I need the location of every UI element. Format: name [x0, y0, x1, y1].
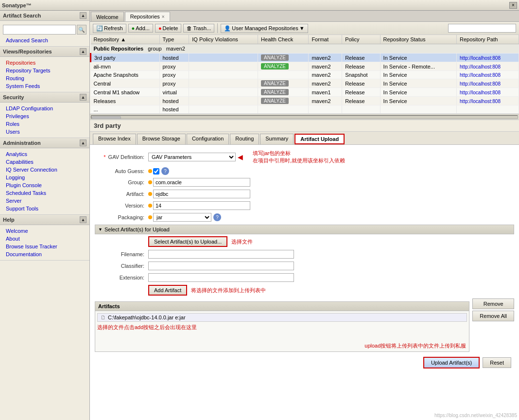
- add-button[interactable]: ● Add...: [128, 24, 153, 33]
- table-row[interactable]: Apache Snapshots proxy maven2 Snapshot I…: [91, 71, 519, 79]
- table-row[interactable]: 3rd party hosted ANALYZE maven2 Release …: [91, 53, 519, 62]
- packaging-select[interactable]: jar war pom ear: [153, 213, 211, 222]
- tab-browse-index[interactable]: Browse Index: [93, 134, 136, 144]
- search-input[interactable]: [448, 24, 516, 33]
- tab-summary[interactable]: Summary: [260, 134, 294, 144]
- refresh-button[interactable]: 🔄 Refresh: [93, 24, 126, 33]
- remove-button[interactable]: Remove: [472, 298, 514, 309]
- artifact-entry[interactable]: 🗋 C:\fakepath\ojdbc-14.0.0.jar e:jar: [97, 313, 467, 322]
- artifact-search-button[interactable]: 🔍: [77, 25, 86, 35]
- analyze-button[interactable]: ANALYZE: [261, 63, 289, 70]
- views-repos-collapse[interactable]: ▲: [80, 48, 86, 55]
- add-artifact-button[interactable]: Add Artifact: [148, 285, 187, 296]
- analyze-button[interactable]: ANALYZE: [261, 80, 289, 87]
- repo-path[interactable]: http://localhost:808: [457, 97, 519, 105]
- repo-path[interactable]: http://localhost:808: [457, 88, 519, 97]
- sidebar-item-analytics[interactable]: Analytics: [0, 150, 89, 158]
- col-repository[interactable]: Repository ▲: [91, 35, 160, 44]
- sidebar-item-logging[interactable]: Logging: [0, 174, 89, 181]
- classifier-input[interactable]: [148, 262, 294, 270]
- table-row[interactable]: ali-mvn proxy ANALYZE maven2 Release In …: [91, 62, 519, 71]
- sidebar-item-scheduled-tasks[interactable]: Scheduled Tasks: [0, 189, 89, 197]
- sidebar-item-routing[interactable]: Routing: [0, 74, 89, 82]
- sidebar-item-issue-tracker[interactable]: Browse Issue Tracker: [0, 243, 89, 250]
- sidebar-item-repository-targets[interactable]: Repository Targets: [0, 67, 89, 74]
- tab-repositories-close[interactable]: ×: [162, 14, 165, 19]
- repo-health[interactable]: ANALYZE: [258, 62, 309, 71]
- reset-button[interactable]: Reset: [483, 357, 511, 368]
- table-row[interactable]: Central proxy ANALYZE maven2 Release In …: [91, 79, 519, 88]
- artifact-search-collapse[interactable]: ▲: [80, 12, 86, 19]
- tab-configuration[interactable]: Configuration: [187, 134, 229, 144]
- repo-name[interactable]: Central M1 shadow: [91, 88, 160, 97]
- sidebar-item-support-tools[interactable]: Support Tools: [0, 205, 89, 212]
- app-close-button[interactable]: ×: [509, 2, 517, 9]
- auto-guess-help[interactable]: ?: [161, 167, 169, 175]
- help-collapse[interactable]: ▲: [80, 216, 86, 223]
- analyze-button[interactable]: ANALYZE: [261, 89, 289, 95]
- artifact-input[interactable]: [153, 190, 250, 198]
- filename-input[interactable]: [148, 250, 294, 259]
- sidebar-item-repositories[interactable]: Repositories: [0, 59, 89, 67]
- table-row[interactable]: Releases hosted ANALYZE maven2 Release I…: [91, 97, 519, 105]
- artifact-search-input[interactable]: [3, 25, 76, 35]
- trash-button[interactable]: 🗑 Trash...: [183, 24, 214, 33]
- table-row[interactable]: ... hosted: [91, 105, 519, 114]
- col-health[interactable]: Health Check: [258, 35, 309, 44]
- repo-name[interactable]: Central: [91, 79, 160, 88]
- repo-path[interactable]: http://localhost:808: [457, 62, 519, 71]
- remove-all-button[interactable]: Remove All: [472, 311, 514, 321]
- auto-guess-checkbox[interactable]: [153, 168, 159, 175]
- sidebar-item-roles[interactable]: Roles: [0, 120, 89, 128]
- col-policy[interactable]: Policy: [342, 35, 380, 44]
- upload-button[interactable]: Upload Artifact(s): [423, 357, 480, 368]
- col-format[interactable]: Format: [309, 35, 342, 44]
- horizontal-scrollbar[interactable]: [90, 114, 519, 120]
- tab-repositories[interactable]: Repositories ×: [125, 12, 170, 21]
- col-type[interactable]: Type: [159, 35, 189, 44]
- repo-health[interactable]: ANALYZE: [258, 79, 309, 88]
- tab-browse-storage[interactable]: Browse Storage: [137, 134, 186, 144]
- sidebar-item-users[interactable]: Users: [0, 128, 89, 136]
- analyze-button[interactable]: ANALYZE: [261, 54, 289, 61]
- tab-welcome[interactable]: Welcome: [91, 12, 124, 21]
- delete-button[interactable]: ● Delete: [155, 24, 181, 33]
- repo-health[interactable]: ANALYZE: [258, 53, 309, 62]
- repo-health[interactable]: ANALYZE: [258, 88, 309, 97]
- group-input[interactable]: com.oracle: [153, 178, 250, 187]
- administration-collapse[interactable]: ▲: [80, 140, 86, 146]
- sidebar-item-advanced-search[interactable]: Advanced Search: [0, 36, 89, 44]
- repo-path[interactable]: http://localhost:808: [457, 79, 519, 88]
- repo-path[interactable]: http://localhost:808: [457, 53, 519, 62]
- sidebar-item-welcome[interactable]: Welcome: [0, 227, 89, 235]
- sidebar-item-server[interactable]: Server: [0, 197, 89, 205]
- security-collapse[interactable]: ▲: [80, 94, 86, 101]
- sidebar-item-system-feeds[interactable]: System Feeds: [0, 82, 89, 90]
- repo-name[interactable]: Releases: [91, 97, 160, 105]
- repo-name[interactable]: 3rd party: [91, 53, 160, 62]
- select-artifact-button[interactable]: Select Artifact(s) to Upload...: [148, 236, 227, 247]
- col-path[interactable]: Repository Path: [457, 35, 519, 44]
- col-iq[interactable]: IQ Policy Violations: [189, 35, 258, 44]
- analyze-button[interactable]: ANALYZE: [261, 98, 289, 104]
- gav-select[interactable]: GAV Parameters POM File GAV from POM: [148, 153, 236, 161]
- user-managed-button[interactable]: 👤 User Managed Repositories ▼: [221, 24, 308, 33]
- repo-name[interactable]: ...: [91, 105, 160, 114]
- sidebar-item-capabilities[interactable]: Capabilities: [0, 158, 89, 166]
- sidebar-item-about[interactable]: About: [0, 235, 89, 243]
- repo-path[interactable]: http://localhost:808: [457, 71, 519, 79]
- sidebar-item-plugin-console[interactable]: Plugin Console: [0, 181, 89, 189]
- repo-name[interactable]: Apache Snapshots: [91, 71, 160, 79]
- packaging-help[interactable]: ?: [213, 213, 221, 221]
- repo-name[interactable]: ali-mvn: [91, 62, 160, 71]
- tab-routing[interactable]: Routing: [230, 134, 259, 144]
- tab-artifact-upload[interactable]: Artifact Upload: [294, 134, 345, 144]
- col-status[interactable]: Repository Status: [380, 35, 456, 44]
- sidebar-item-documentation[interactable]: Documentation: [0, 250, 89, 258]
- extension-input[interactable]: [148, 273, 294, 282]
- version-input[interactable]: [153, 201, 250, 210]
- sidebar-item-iq-server[interactable]: IQ Server Connection: [0, 166, 89, 174]
- sidebar-item-privileges[interactable]: Privileges: [0, 112, 89, 120]
- sidebar-item-ldap[interactable]: LDAP Configuration: [0, 105, 89, 112]
- repo-health[interactable]: ANALYZE: [258, 97, 309, 105]
